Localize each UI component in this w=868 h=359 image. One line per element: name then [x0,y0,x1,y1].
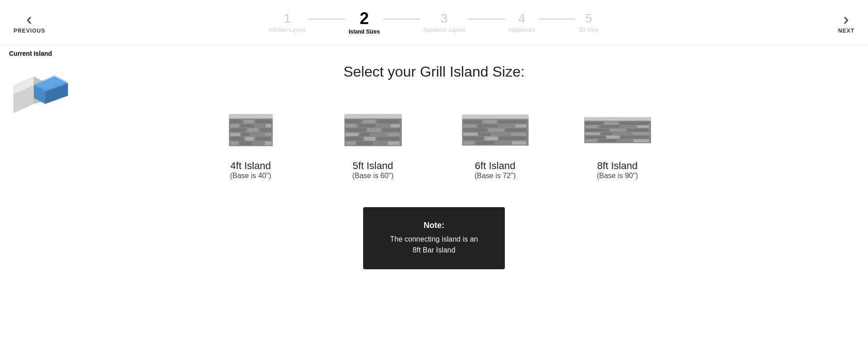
svg-rect-12 [230,124,239,127]
step-1[interactable]: 1 Kitchen Layout [269,12,305,33]
svg-rect-20 [241,133,249,136]
svg-rect-87 [626,128,648,131]
current-island-panel: Current Island [9,50,82,115]
step-line-4-5 [539,19,575,19]
step-4[interactable]: 4 Appliances [508,12,535,33]
island-5ft-name: 5ft Island [353,160,393,172]
island-4ft-image [217,107,285,153]
svg-rect-27 [240,141,252,145]
svg-rect-21 [251,133,264,136]
steps-indicator: 1 Kitchen Layout 2 Island Sizes 3 Applia… [269,10,599,35]
step-1-label: Kitchen Layout [269,27,305,33]
island-5ft-image [339,107,407,153]
svg-rect-48 [377,137,399,141]
svg-rect-80 [619,121,649,124]
island-option-8ft[interactable]: 8ft Island (Base is 90") [584,107,652,180]
svg-rect-92 [585,136,605,138]
svg-rect-57 [498,120,526,123]
svg-rect-90 [613,132,631,135]
svg-rect-89 [601,132,612,135]
island-options-grid: 4ft Island (Base is 40") [217,107,652,180]
svg-rect-71 [499,136,526,140]
next-button[interactable]: › NEXT [838,11,854,34]
svg-rect-46 [345,137,363,141]
svg-rect-45 [388,133,399,136]
svg-rect-83 [620,125,636,128]
svg-rect-72 [463,141,474,145]
island-8ft-image [584,107,652,153]
svg-rect-44 [371,133,387,136]
svg-rect-94 [620,136,648,138]
island-option-5ft[interactable]: 5ft Island (Base is 60") [339,107,407,180]
step-2[interactable]: 2 Island Sizes [349,10,380,35]
prev-button[interactable]: ‹ PREVIOUS [14,11,45,34]
svg-rect-32 [345,120,361,123]
step-3-label: Appliance Layout [423,27,465,33]
island-6ft-image [461,107,529,153]
svg-rect-37 [377,124,389,127]
step-1-number: 1 [284,12,291,25]
svg-rect-10 [244,120,254,123]
svg-rect-34 [377,120,399,123]
svg-rect-39 [345,128,366,132]
current-island-illustration [9,61,82,115]
step-line-3-4 [469,19,505,19]
svg-rect-58 [463,124,476,127]
svg-rect-49 [345,141,355,145]
current-island-label: Current Island [9,50,52,57]
svg-rect-47 [364,137,375,141]
top-navigation: ‹ PREVIOUS 1 Kitchen Layout 2 Island Siz… [0,0,868,45]
svg-rect-73 [475,141,494,145]
svg-rect-75 [512,141,526,145]
svg-rect-17 [247,128,259,132]
svg-rect-42 [345,133,358,136]
island-option-4ft[interactable]: 4ft Island (Base is 40") [217,107,285,180]
svg-rect-59 [477,124,497,127]
svg-rect-24 [245,137,254,141]
step-5[interactable]: 5 3D View [579,12,599,33]
step-5-number: 5 [585,12,592,25]
step-4-number: 4 [518,12,526,25]
svg-rect-64 [505,128,526,132]
svg-rect-81 [585,125,598,128]
svg-rect-69 [463,136,483,140]
svg-rect-11 [255,120,271,123]
note-box: Note: The connecting island is an8ft Bar… [363,207,505,269]
svg-rect-67 [491,132,510,136]
svg-rect-88 [585,132,599,135]
step-4-label: Appliances [508,27,535,33]
svg-rect-22 [265,133,272,136]
svg-rect-56 [483,120,497,123]
next-label: NEXT [838,28,854,34]
step-2-label: Island Sizes [349,29,380,35]
step-3[interactable]: 3 Appliance Layout [423,12,465,33]
svg-rect-91 [632,132,648,135]
island-4ft-name: 4ft Island [230,160,271,172]
svg-rect-36 [358,124,375,127]
svg-rect-78 [585,121,604,124]
main-content: Select your Grill Island Size: [0,45,868,269]
svg-rect-86 [610,128,625,131]
svg-rect-98 [633,139,649,142]
svg-rect-38 [391,124,400,127]
island-6ft-base: (Base is 72") [475,172,516,180]
svg-rect-68 [511,132,526,136]
svg-rect-79 [604,121,619,124]
svg-rect-25 [255,137,270,141]
svg-rect-53 [462,115,528,119]
svg-rect-28 [254,141,264,145]
svg-rect-51 [374,141,387,145]
island-6ft-name: 6ft Island [475,160,515,172]
svg-rect-14 [255,124,264,127]
island-option-6ft[interactable]: 6ft Island (Base is 72") [461,107,529,180]
svg-rect-19 [230,133,240,136]
next-arrow-icon: › [843,11,849,28]
svg-rect-85 [585,128,609,131]
svg-rect-76 [584,117,651,121]
svg-rect-84 [637,125,649,128]
island-5ft-base: (Base is 60") [352,172,393,180]
island-4ft-base: (Base is 40") [230,172,271,180]
step-3-number: 3 [441,12,448,25]
step-2-number: 2 [360,10,369,27]
svg-rect-70 [484,136,498,140]
